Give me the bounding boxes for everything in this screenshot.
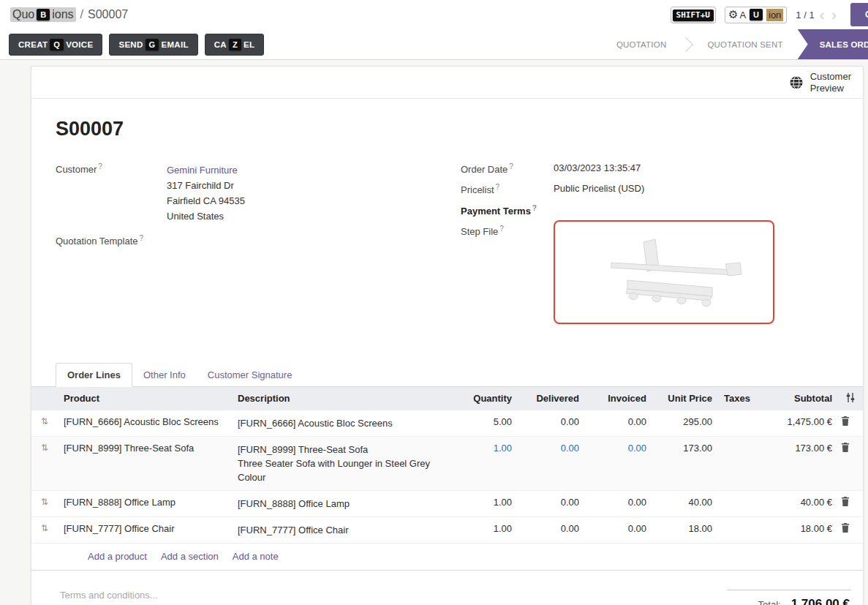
step-file-field: Step File? [461,225,851,324]
customer-preview-label: Customer Preview [810,71,851,94]
invoiced-cell[interactable]: 0.00 [585,516,652,543]
delete-row-button[interactable] [838,436,863,490]
delivered-cell[interactable]: 0.00 [518,516,585,543]
statusbar-step-sales-order[interactable]: SALES ORDER [798,29,868,59]
sheet-body: S00007 Customer? Gemini Furniture 317 Fa… [31,99,863,605]
send-email-label-post: EMAIL [161,40,188,49]
step-file-image[interactable] [554,220,774,324]
action-menu-button[interactable]: ⚙ A U ion [725,7,787,23]
customer-link[interactable]: Gemini Furniture [167,165,238,176]
description-cell[interactable]: [FURN_6666] Acoustic Bloc Screens [232,410,450,437]
drag-handle-icon[interactable]: ⇅ [31,436,58,490]
invoiced-cell[interactable]: 0.00 [585,436,652,490]
order-date-value[interactable]: 03/03/2023 13:35:47 [554,162,641,175]
product-cell[interactable]: [FURN_7777] Office Chair [58,516,232,543]
statusbar-step-label: QUOTATION [616,40,666,49]
optional-columns-button[interactable] [838,387,863,410]
invoiced-cell[interactable]: 0.00 [585,410,652,437]
sliders-icon [845,393,856,402]
description-cell[interactable]: [FURN_8999] Three-Seat Sofa Three Seater… [232,436,450,490]
order-lines-table: Product Description Quantity Delivered I… [31,387,863,544]
quantity-cell[interactable]: 1.00 [450,490,518,516]
create-invoice-label-post: VOICE [66,40,93,49]
product-cell[interactable]: [FURN_8999] Three-Seat Sofa [58,436,232,490]
unit-price-cell[interactable]: 18.00 [652,516,718,543]
send-email-button[interactable]: SEND G EMAIL [109,34,197,56]
customer-address-line3: United States [167,208,245,224]
help-marker: ? [499,225,504,233]
customer-field: Customer? Gemini Furniture 317 Fairchild… [56,162,461,224]
unit-price-cell[interactable]: 295.00 [652,410,718,437]
add-product-link[interactable]: Add a product [88,551,147,562]
pager-next-icon[interactable]: › [829,8,839,21]
delete-row-button[interactable] [838,516,863,543]
taxes-cell[interactable] [718,410,752,437]
breadcrumb-record: S00007 [88,8,128,21]
invoiced-cell[interactable]: 0.00 [585,490,652,516]
customer-address-line1: 317 Fairchild Dr [167,178,245,193]
content-area: Customer Preview S00007 Customer? Gemini… [0,60,868,605]
statusbar-step-label: QUOTATION SENT [707,40,782,49]
taxes-cell[interactable] [718,516,752,543]
taxes-cell[interactable] [718,490,752,516]
hotkey-badge-u: U [750,9,763,20]
delivered-cell[interactable]: 0.00 [518,410,585,437]
breadcrumb-quotations-link[interactable]: Quo B ions [10,7,76,22]
unit-price-cell[interactable]: 173.00 [652,436,718,490]
delivered-cell[interactable]: 0.00 [518,490,585,516]
description-cell[interactable]: [FURN_8888] Office Lamp [232,490,450,516]
subtotal-cell: 40.00 € [752,490,838,516]
tab-customer-signature[interactable]: Customer Signature [197,364,303,386]
cancel-label-post: EL [244,40,254,49]
table-header-row: Product Description Quantity Delivered I… [31,387,863,410]
customer-preview-button[interactable]: Customer Preview [31,67,863,99]
corner-button[interactable]: Cl [850,3,868,26]
pager-prev-icon[interactable]: ‹ [818,8,827,21]
tab-order-lines[interactable]: Order Lines [56,363,132,387]
page-title: S00007 [56,118,851,140]
quantity-cell[interactable]: 1.00 [450,436,518,490]
statusbar: QUOTATION QUOTATION SENT SALES ORDER [605,29,868,59]
step-file-label: Step File? [461,225,554,324]
create-invoice-button[interactable]: CREAT Q VOICE [9,34,102,56]
shift-hint-button[interactable]: SHIFT+U [671,7,716,23]
customer-address-line2: Fairfield CA 94535 [167,193,245,208]
breadcrumb-divider: / [80,8,83,21]
delivered-cell[interactable]: 0.00 [518,436,585,490]
product-cell[interactable]: [FURN_6666] Acoustic Bloc Screens [58,410,232,437]
breadcrumb: Quo B ions / S00007 [10,7,128,22]
tab-other-info[interactable]: Other Info [132,364,197,386]
action-bar: CREAT Q VOICE SEND G EMAIL CA Z EL QUOTA… [0,29,868,60]
drag-handle-icon[interactable]: ⇅ [31,516,58,543]
unit-price-cell[interactable]: 40.00 [652,490,718,516]
delete-row-button[interactable] [838,490,863,516]
breadcrumb-prefix: Quo [12,8,34,21]
globe-icon [789,75,804,90]
table-row: ⇅ [FURN_8999] Three-Seat Sofa [FURN_8999… [31,436,863,490]
product-cell[interactable]: [FURN_8888] Office Lamp [58,490,232,516]
drag-handle-icon[interactable]: ⇅ [31,410,58,437]
payment-terms-field[interactable]: Payment Terms? [461,204,851,217]
statusbar-separator-icon [678,29,695,59]
unit-price-column-header: Unit Price [652,387,718,410]
trash-icon [841,443,850,452]
cancel-button[interactable]: CA Z EL [205,34,265,56]
cancel-label-pre: CA [214,40,227,49]
add-section-link[interactable]: Add a section [161,551,219,562]
customer-preview-line1: Customer [810,71,851,83]
add-note-link[interactable]: Add a note [233,551,279,562]
delete-row-button[interactable] [838,410,863,437]
terms-placeholder[interactable]: Terms and conditions... [60,590,158,605]
pricelist-value[interactable]: Public Pricelist (USD) [554,183,644,195]
table-row: ⇅ [FURN_7777] Office Chair [FURN_7777] O… [31,516,863,543]
drag-handle-icon[interactable]: ⇅ [31,490,58,516]
quotation-template-field[interactable]: Quotation Template? [56,234,461,247]
quantity-cell[interactable]: 1.00 [450,516,518,543]
statusbar-step-quotation[interactable]: QUOTATION [605,29,678,59]
quantity-cell[interactable]: 5.00 [450,410,518,437]
taxes-cell[interactable] [718,436,752,490]
description-cell[interactable]: [FURN_7777] Office Chair [232,516,450,543]
customer-value: Gemini Furniture 317 Fairchild Dr Fairfi… [167,162,245,224]
customer-preview-line2: Preview [810,83,851,94]
statusbar-step-quotation-sent[interactable]: QUOTATION SENT [695,29,794,59]
